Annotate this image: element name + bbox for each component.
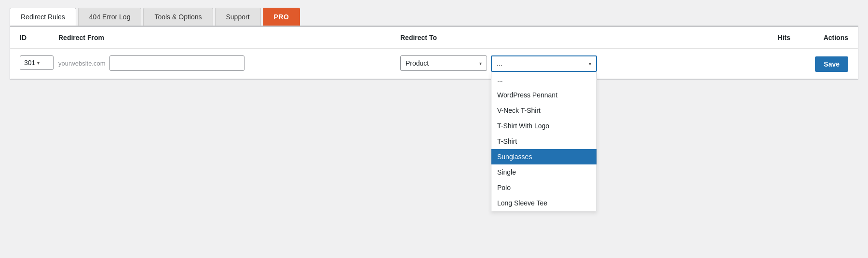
tab-support[interactable]: Support xyxy=(215,8,261,26)
domain-label: yourwebsite.com xyxy=(58,60,106,67)
dropdown-item-polo[interactable]: Polo xyxy=(491,180,597,195)
tab-pro[interactable]: PRO xyxy=(263,8,300,26)
content-area: ID Redirect From Redirect To Hits Action… xyxy=(10,26,858,80)
save-button[interactable]: Save xyxy=(815,56,848,72)
dropdown-list: ... WordPress Pennant V-Neck T-Shirt T-S… xyxy=(491,72,597,211)
column-header-hits: Hits xyxy=(742,34,790,41)
search-select-chevron: ▾ xyxy=(589,61,591,67)
redirect-to-cell: Product ▾ ... ▾ ... WordPress Pennant V-… xyxy=(400,55,742,72)
product-type-chevron: ▾ xyxy=(479,61,482,66)
redirect-code-chevron: ▾ xyxy=(37,60,40,66)
form-row: 301 ▾ yourwebsite.com Product ▾ ... ▾ xyxy=(10,49,858,79)
dropdown-item-tshirt[interactable]: T-Shirt xyxy=(491,134,597,149)
column-header-redirect-from: Redirect From xyxy=(58,34,400,41)
tab-tools-options[interactable]: Tools & Options xyxy=(143,8,213,26)
search-select-wrapper: ... ▾ ... WordPress Pennant V-Neck T-Shi… xyxy=(491,55,597,72)
dropdown-item-tshirt-logo[interactable]: T-Shirt With Logo xyxy=(491,118,597,134)
tab-redirect-rules[interactable]: Redirect Rules xyxy=(10,8,76,26)
redirect-from-input[interactable] xyxy=(109,55,244,71)
product-type-select[interactable]: Product ▾ xyxy=(400,55,487,71)
dropdown-item-long-sleeve-tee[interactable]: Long Sleeve Tee xyxy=(491,195,597,211)
column-header-id: ID xyxy=(20,34,58,41)
search-select[interactable]: ... ▾ xyxy=(491,55,597,72)
redirect-code-cell: 301 ▾ xyxy=(20,55,58,70)
dropdown-item-ellipsis[interactable]: ... xyxy=(491,72,597,87)
dropdown-item-v-neck-tshirt[interactable]: V-Neck T-Shirt xyxy=(491,103,597,118)
dropdown-item-single[interactable]: Single xyxy=(491,164,597,180)
dropdown-item-wordpress-pennant[interactable]: WordPress Pennant xyxy=(491,87,597,103)
redirect-code-value: 301 xyxy=(24,59,35,67)
tabs-bar: Redirect Rules 404 Error Log Tools & Opt… xyxy=(0,0,868,26)
redirect-from-cell: yourwebsite.com xyxy=(58,55,400,71)
column-header-actions: Actions xyxy=(790,34,848,41)
redirect-code-select[interactable]: 301 ▾ xyxy=(20,55,54,70)
column-header-redirect-to: Redirect To xyxy=(400,34,742,41)
page-container: Redirect Rules 404 Error Log Tools & Opt… xyxy=(0,0,868,258)
dropdown-item-sunglasses[interactable]: Sunglasses xyxy=(491,149,597,164)
search-select-label: ... xyxy=(497,60,502,68)
tab-404-error-log[interactable]: 404 Error Log xyxy=(78,8,142,26)
table-header: ID Redirect From Redirect To Hits Action… xyxy=(10,27,858,49)
actions-cell: Save xyxy=(790,55,848,72)
product-type-label: Product xyxy=(406,59,429,67)
